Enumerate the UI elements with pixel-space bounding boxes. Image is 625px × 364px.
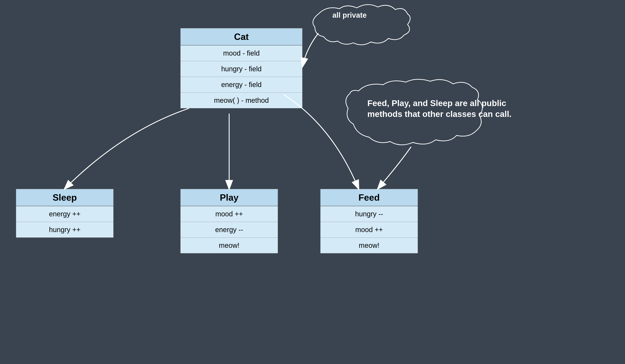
sleep-row-0: energy ++ <box>16 206 113 222</box>
feed-row-1: mood ++ <box>320 222 418 238</box>
cat-to-sleep-arrow <box>65 108 189 189</box>
cat-title: Cat <box>181 28 302 45</box>
cat-row-1: hungry - field <box>181 61 302 77</box>
cat-row-0: mood - field <box>181 45 302 61</box>
cat-to-feed-arrow <box>283 94 359 189</box>
play-row-2: meow! <box>181 238 278 253</box>
feed-title: Feed <box>320 189 418 206</box>
diagram-arrows <box>0 0 625 364</box>
private-to-cat-arrow <box>303 33 318 66</box>
play-row-0: mood ++ <box>181 206 278 222</box>
cat-class-box: Cat mood - field hungry - field energy -… <box>180 28 303 109</box>
play-row-1: energy -- <box>181 222 278 238</box>
sleep-class-box: Sleep energy ++ hungry ++ <box>16 189 114 238</box>
public-to-feed-arrow <box>378 147 411 189</box>
feed-row-2: meow! <box>320 238 418 253</box>
cat-row-2: energy - field <box>181 77 302 93</box>
play-class-box: Play mood ++ energy -- meow! <box>180 189 278 253</box>
feed-class-box: Feed hungry -- mood ++ meow! <box>320 189 418 253</box>
feed-row-0: hungry -- <box>320 206 418 222</box>
cat-row-3: meow( ) - method <box>181 93 302 108</box>
play-title: Play <box>181 189 278 206</box>
sleep-row-1: hungry ++ <box>16 222 113 237</box>
sleep-title: Sleep <box>16 189 113 206</box>
public-methods-annotation: Feed, Play, and Sleep are all public met… <box>367 98 525 120</box>
all-private-annotation: all private <box>332 10 367 20</box>
